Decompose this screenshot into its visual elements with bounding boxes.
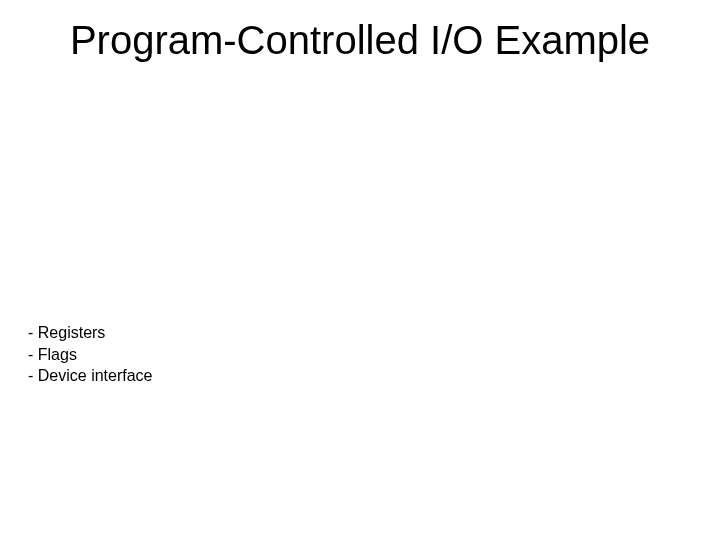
slide: Program-Controlled I/O Example - Registe… — [0, 0, 720, 540]
slide-title: Program-Controlled I/O Example — [0, 18, 720, 63]
list-item: - Registers — [28, 322, 153, 344]
list-item: - Device interface — [28, 365, 153, 387]
list-item: - Flags — [28, 344, 153, 366]
bullet-list: - Registers - Flags - Device interface — [28, 322, 153, 387]
